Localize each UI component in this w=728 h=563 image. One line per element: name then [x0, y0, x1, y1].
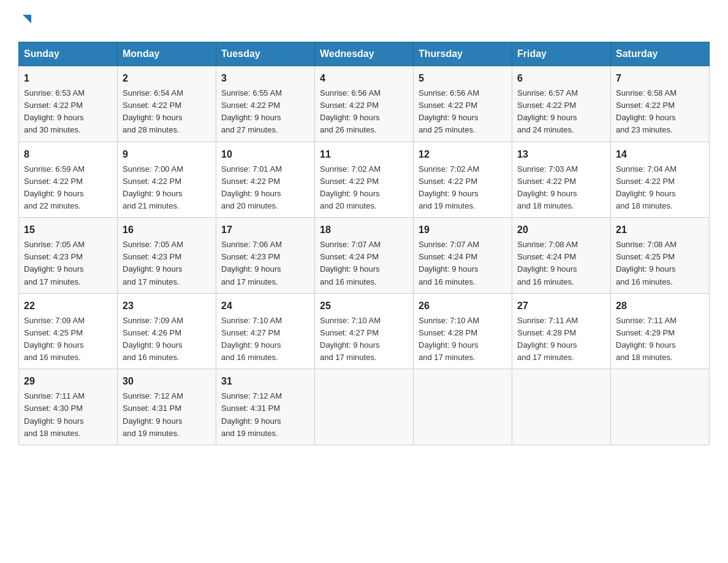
calendar-day-cell: 29Sunrise: 7:11 AMSunset: 4:30 PMDayligh…: [19, 369, 118, 445]
day-number: 25: [320, 299, 408, 313]
day-number: 22: [24, 299, 112, 313]
day-number: 7: [616, 71, 704, 86]
day-info: Sunrise: 7:02 AMSunset: 4:22 PMDaylight:…: [320, 163, 408, 213]
logo-arrow-icon: [20, 12, 34, 28]
day-number: 13: [517, 147, 605, 162]
day-number: 12: [419, 147, 507, 162]
day-number: 31: [221, 374, 309, 389]
calendar-day-cell: 30Sunrise: 7:12 AMSunset: 4:31 PMDayligh…: [118, 369, 216, 445]
logo: [18, 12, 34, 32]
calendar-day-cell: 28Sunrise: 7:11 AMSunset: 4:29 PMDayligh…: [611, 293, 710, 369]
day-info: Sunrise: 7:08 AMSunset: 4:25 PMDaylight:…: [616, 239, 704, 288]
day-info: Sunrise: 7:01 AMSunset: 4:22 PMDaylight:…: [221, 163, 309, 213]
calendar-day-cell: 17Sunrise: 7:06 AMSunset: 4:23 PMDayligh…: [216, 218, 315, 294]
day-of-week-header: Saturday: [611, 42, 710, 66]
day-number: 21: [616, 223, 704, 237]
day-number: 10: [221, 147, 309, 162]
day-number: 30: [123, 374, 211, 389]
calendar-day-cell: 31Sunrise: 7:12 AMSunset: 4:31 PMDayligh…: [216, 369, 315, 445]
day-number: 8: [24, 147, 112, 162]
day-info: Sunrise: 7:08 AMSunset: 4:24 PMDaylight:…: [517, 239, 605, 288]
calendar-day-cell: 1Sunrise: 6:53 AMSunset: 4:22 PMDaylight…: [19, 66, 118, 142]
day-info: Sunrise: 6:53 AMSunset: 4:22 PMDaylight:…: [24, 87, 112, 137]
calendar-day-cell: 24Sunrise: 7:10 AMSunset: 4:27 PMDayligh…: [216, 293, 315, 369]
calendar-day-cell: 10Sunrise: 7:01 AMSunset: 4:22 PMDayligh…: [216, 142, 315, 218]
day-number: 11: [320, 147, 408, 162]
calendar-week-row: 15Sunrise: 7:05 AMSunset: 4:23 PMDayligh…: [19, 218, 710, 294]
calendar-day-cell: [611, 369, 710, 445]
calendar-day-cell: 25Sunrise: 7:10 AMSunset: 4:27 PMDayligh…: [315, 293, 414, 369]
day-number: 27: [517, 299, 605, 313]
calendar-day-cell: 14Sunrise: 7:04 AMSunset: 4:22 PMDayligh…: [611, 142, 710, 218]
day-of-week-header: Wednesday: [315, 42, 414, 66]
day-info: Sunrise: 7:11 AMSunset: 4:28 PMDaylight:…: [517, 315, 605, 364]
day-info: Sunrise: 6:59 AMSunset: 4:22 PMDaylight:…: [24, 163, 112, 213]
day-number: 23: [123, 299, 211, 313]
day-of-week-header: Friday: [512, 42, 611, 66]
day-number: 1: [24, 71, 112, 86]
calendar-day-cell: 18Sunrise: 7:07 AMSunset: 4:24 PMDayligh…: [315, 218, 414, 294]
calendar-day-cell: 3Sunrise: 6:55 AMSunset: 4:22 PMDaylight…: [216, 66, 315, 142]
day-info: Sunrise: 6:54 AMSunset: 4:22 PMDaylight:…: [123, 87, 211, 137]
day-info: Sunrise: 7:06 AMSunset: 4:23 PMDaylight:…: [221, 239, 309, 288]
calendar-day-cell: 16Sunrise: 7:05 AMSunset: 4:23 PMDayligh…: [118, 218, 216, 294]
day-number: 2: [123, 71, 211, 86]
day-info: Sunrise: 7:12 AMSunset: 4:31 PMDaylight:…: [123, 390, 211, 440]
day-info: Sunrise: 7:05 AMSunset: 4:23 PMDaylight:…: [123, 239, 211, 288]
day-info: Sunrise: 7:10 AMSunset: 4:28 PMDaylight:…: [419, 315, 507, 364]
day-number: 20: [517, 223, 605, 237]
day-info: Sunrise: 7:11 AMSunset: 4:29 PMDaylight:…: [616, 315, 704, 364]
day-number: 17: [221, 223, 309, 237]
calendar-day-cell: 11Sunrise: 7:02 AMSunset: 4:22 PMDayligh…: [315, 142, 414, 218]
day-number: 9: [123, 147, 211, 162]
day-info: Sunrise: 6:56 AMSunset: 4:22 PMDaylight:…: [419, 87, 507, 137]
day-info: Sunrise: 6:56 AMSunset: 4:22 PMDaylight:…: [320, 87, 408, 137]
day-info: Sunrise: 7:04 AMSunset: 4:22 PMDaylight:…: [616, 163, 704, 213]
day-info: Sunrise: 6:58 AMSunset: 4:22 PMDaylight:…: [616, 87, 704, 137]
day-number: 6: [517, 71, 605, 86]
calendar-day-cell: 20Sunrise: 7:08 AMSunset: 4:24 PMDayligh…: [512, 218, 611, 294]
day-of-week-header: Monday: [118, 42, 216, 66]
calendar-day-cell: 2Sunrise: 6:54 AMSunset: 4:22 PMDaylight…: [118, 66, 216, 142]
day-info: Sunrise: 6:57 AMSunset: 4:22 PMDaylight:…: [517, 87, 605, 137]
calendar-day-cell: 6Sunrise: 6:57 AMSunset: 4:22 PMDaylight…: [512, 66, 611, 142]
day-info: Sunrise: 7:07 AMSunset: 4:24 PMDaylight:…: [419, 239, 507, 288]
day-info: Sunrise: 7:11 AMSunset: 4:30 PMDaylight:…: [24, 390, 112, 440]
page-header: [18, 12, 710, 32]
calendar-header-row: SundayMondayTuesdayWednesdayThursdayFrid…: [19, 42, 710, 66]
day-info: Sunrise: 7:10 AMSunset: 4:27 PMDaylight:…: [320, 315, 408, 364]
day-info: Sunrise: 7:07 AMSunset: 4:24 PMDaylight:…: [320, 239, 408, 288]
calendar-day-cell: 21Sunrise: 7:08 AMSunset: 4:25 PMDayligh…: [611, 218, 710, 294]
day-info: Sunrise: 7:03 AMSunset: 4:22 PMDaylight:…: [517, 163, 605, 213]
calendar-day-cell: 7Sunrise: 6:58 AMSunset: 4:22 PMDaylight…: [611, 66, 710, 142]
calendar-day-cell: 9Sunrise: 7:00 AMSunset: 4:22 PMDaylight…: [118, 142, 216, 218]
calendar-day-cell: 22Sunrise: 7:09 AMSunset: 4:25 PMDayligh…: [19, 293, 118, 369]
calendar-day-cell: 13Sunrise: 7:03 AMSunset: 4:22 PMDayligh…: [512, 142, 611, 218]
day-number: 26: [419, 299, 507, 313]
calendar-week-row: 1Sunrise: 6:53 AMSunset: 4:22 PMDaylight…: [19, 66, 710, 142]
day-number: 15: [24, 223, 112, 237]
calendar-day-cell: [315, 369, 414, 445]
day-number: 19: [419, 223, 507, 237]
day-info: Sunrise: 7:05 AMSunset: 4:23 PMDaylight:…: [24, 239, 112, 288]
calendar-day-cell: [414, 369, 512, 445]
calendar-day-cell: 15Sunrise: 7:05 AMSunset: 4:23 PMDayligh…: [19, 218, 118, 294]
calendar-day-cell: 27Sunrise: 7:11 AMSunset: 4:28 PMDayligh…: [512, 293, 611, 369]
calendar-day-cell: 23Sunrise: 7:09 AMSunset: 4:26 PMDayligh…: [118, 293, 216, 369]
day-number: 5: [419, 71, 507, 86]
calendar-day-cell: 4Sunrise: 6:56 AMSunset: 4:22 PMDaylight…: [315, 66, 414, 142]
day-info: Sunrise: 7:12 AMSunset: 4:31 PMDaylight:…: [221, 390, 309, 440]
day-info: Sunrise: 6:55 AMSunset: 4:22 PMDaylight:…: [221, 87, 309, 137]
day-info: Sunrise: 7:10 AMSunset: 4:27 PMDaylight:…: [221, 315, 309, 364]
day-number: 24: [221, 299, 309, 313]
calendar-day-cell: 26Sunrise: 7:10 AMSunset: 4:28 PMDayligh…: [414, 293, 512, 369]
day-info: Sunrise: 7:02 AMSunset: 4:22 PMDaylight:…: [419, 163, 507, 213]
calendar-week-row: 22Sunrise: 7:09 AMSunset: 4:25 PMDayligh…: [19, 293, 710, 369]
day-number: 28: [616, 299, 704, 313]
calendar-week-row: 29Sunrise: 7:11 AMSunset: 4:30 PMDayligh…: [19, 369, 710, 445]
day-number: 4: [320, 71, 408, 86]
calendar-day-cell: 19Sunrise: 7:07 AMSunset: 4:24 PMDayligh…: [414, 218, 512, 294]
calendar-day-cell: 8Sunrise: 6:59 AMSunset: 4:22 PMDaylight…: [19, 142, 118, 218]
calendar-table: SundayMondayTuesdayWednesdayThursdayFrid…: [18, 42, 710, 445]
day-info: Sunrise: 7:09 AMSunset: 4:25 PMDaylight:…: [24, 315, 112, 364]
